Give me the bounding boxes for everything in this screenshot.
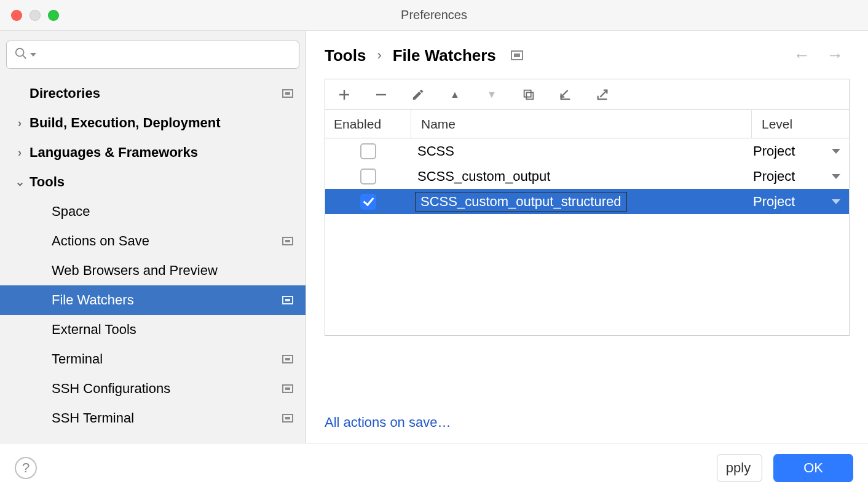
search-field[interactable] bbox=[6, 41, 299, 69]
level-select[interactable]: Project bbox=[753, 143, 795, 159]
nav-forward-icon[interactable]: → bbox=[826, 46, 843, 65]
col-header-name[interactable]: Name bbox=[411, 110, 752, 138]
breadcrumb-leaf: File Watchers bbox=[393, 46, 496, 65]
sidebar-item-label: SSH Terminal bbox=[52, 410, 282, 426]
file-watchers-panel: ▲ ▼ Enabled Name Level SCSSProjectSCSS_c… bbox=[325, 79, 850, 336]
apply-button[interactable]: pply bbox=[717, 454, 762, 482]
sidebar-item-external-tools[interactable]: External Tools bbox=[0, 315, 306, 344]
dropdown-caret-icon[interactable] bbox=[832, 174, 840, 179]
enabled-checkbox[interactable] bbox=[360, 194, 376, 210]
svg-point-0 bbox=[16, 49, 24, 57]
scope-project-icon bbox=[282, 237, 293, 245]
sidebar-item-label: Terminal bbox=[52, 351, 282, 367]
ok-button[interactable]: OK bbox=[773, 454, 853, 482]
preferences-sidebar: Directories›Build, Execution, Deployment… bbox=[0, 31, 306, 443]
sidebar-item-web-browsers-and-preview[interactable]: Web Browsers and Preview bbox=[0, 256, 306, 285]
chevron-right-icon: › bbox=[14, 117, 26, 130]
search-icon bbox=[14, 47, 28, 63]
search-input[interactable] bbox=[42, 49, 291, 62]
dialog-footer: ? pply OK bbox=[0, 443, 868, 492]
sidebar-item-label: SSH Configurations bbox=[52, 381, 282, 397]
move-up-icon[interactable]: ▲ bbox=[447, 87, 463, 103]
scope-project-icon bbox=[282, 384, 293, 393]
table-body: SCSSProjectSCSS_custom_outputProjectSCSS… bbox=[325, 138, 849, 335]
sidebar-item-directories[interactable]: Directories bbox=[0, 79, 306, 108]
scope-project-icon bbox=[511, 50, 523, 60]
move-down-icon[interactable]: ▼ bbox=[484, 87, 500, 103]
chevron-right-icon: › bbox=[377, 47, 381, 63]
dropdown-caret-icon[interactable] bbox=[832, 199, 840, 204]
watcher-name: SCSS bbox=[417, 143, 454, 159]
dropdown-caret-icon[interactable] bbox=[832, 149, 840, 154]
sidebar-item-label: External Tools bbox=[52, 322, 297, 338]
sidebar-item-tools[interactable]: ⌄Tools bbox=[0, 167, 306, 197]
sidebar-item-label: Actions on Save bbox=[52, 233, 282, 249]
sidebar-item-ssh-configurations[interactable]: SSH Configurations bbox=[0, 374, 306, 403]
nav-back-icon[interactable]: ← bbox=[793, 46, 810, 65]
help-button[interactable]: ? bbox=[15, 457, 37, 479]
table-row[interactable]: SCSS_custom_outputProject bbox=[325, 164, 849, 189]
scope-project-icon bbox=[282, 296, 293, 304]
level-select[interactable]: Project bbox=[753, 194, 795, 210]
table-toolbar: ▲ ▼ bbox=[325, 79, 849, 110]
breadcrumb: Tools › File Watchers ← → bbox=[306, 31, 868, 70]
sidebar-item-label: Tools bbox=[30, 174, 297, 190]
export-icon[interactable] bbox=[594, 87, 610, 103]
sidebar-item-label: Web Browsers and Preview bbox=[52, 263, 297, 279]
sidebar-item-label: Space bbox=[52, 204, 297, 220]
content-pane: Tools › File Watchers ← → ▲ ▼ Enabled bbox=[306, 31, 868, 443]
import-icon[interactable] bbox=[558, 87, 574, 103]
sidebar-item-label: Languages & Frameworks bbox=[30, 145, 297, 161]
breadcrumb-root[interactable]: Tools bbox=[325, 46, 366, 65]
sidebar-item-space[interactable]: Space bbox=[0, 197, 306, 226]
remove-icon[interactable] bbox=[373, 87, 389, 103]
col-header-level[interactable]: Level bbox=[752, 110, 849, 138]
table-row[interactable]: SCSS_custom_output_structuredProject bbox=[325, 189, 849, 214]
scope-project-icon bbox=[282, 355, 293, 363]
scope-project-icon bbox=[282, 414, 293, 423]
sidebar-item-build-execution-deployment[interactable]: ›Build, Execution, Deployment bbox=[0, 108, 306, 138]
sidebar-item-label: File Watchers bbox=[52, 292, 282, 308]
sidebar-item-label: Directories bbox=[30, 85, 282, 101]
sidebar-item-terminal[interactable]: Terminal bbox=[0, 344, 306, 374]
chevron-right-icon: › bbox=[14, 146, 26, 159]
sidebar-item-actions-on-save[interactable]: Actions on Save bbox=[0, 226, 306, 256]
enabled-checkbox[interactable] bbox=[360, 169, 376, 184]
enabled-checkbox[interactable] bbox=[360, 143, 376, 159]
all-actions-on-save-link[interactable]: All actions on save… bbox=[325, 415, 451, 430]
settings-tree: Directories›Build, Execution, Deployment… bbox=[0, 79, 306, 433]
window-title: Preferences bbox=[0, 8, 868, 22]
watcher-name: SCSS_custom_output bbox=[417, 169, 550, 184]
help-icon: ? bbox=[22, 460, 30, 476]
table-row[interactable]: SCSSProject bbox=[325, 138, 849, 164]
watcher-name: SCSS_custom_output_structured bbox=[415, 192, 627, 212]
svg-line-1 bbox=[23, 55, 26, 58]
add-icon[interactable] bbox=[336, 87, 352, 103]
svg-rect-5 bbox=[526, 92, 533, 99]
search-options-caret-icon[interactable] bbox=[30, 53, 36, 57]
chevron-down-icon: ⌄ bbox=[14, 175, 26, 189]
copy-icon[interactable] bbox=[521, 87, 537, 103]
scope-project-icon bbox=[282, 89, 293, 98]
titlebar: Preferences bbox=[0, 0, 868, 31]
level-select[interactable]: Project bbox=[753, 169, 795, 184]
sidebar-item-file-watchers[interactable]: File Watchers bbox=[0, 285, 306, 315]
svg-rect-6 bbox=[524, 90, 531, 97]
sidebar-item-ssh-terminal[interactable]: SSH Terminal bbox=[0, 403, 306, 433]
table-header: Enabled Name Level bbox=[325, 110, 849, 138]
sidebar-item-label: Build, Execution, Deployment bbox=[30, 115, 297, 131]
col-header-enabled[interactable]: Enabled bbox=[325, 110, 411, 138]
edit-icon[interactable] bbox=[410, 87, 426, 103]
sidebar-item-languages-frameworks[interactable]: ›Languages & Frameworks bbox=[0, 138, 306, 167]
